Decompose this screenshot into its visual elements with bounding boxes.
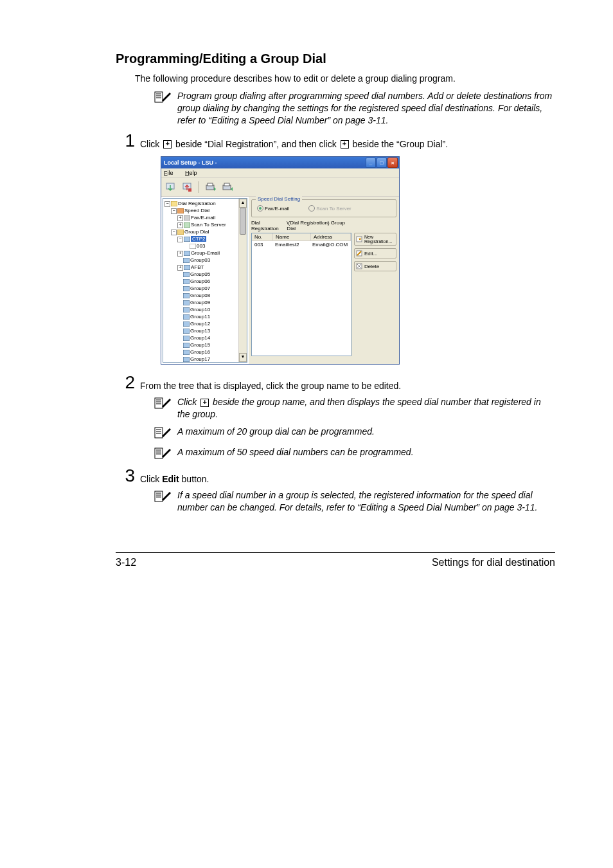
plus-icon: + xyxy=(341,140,349,149)
tree-group-selected[interactable]: −CTP2 xyxy=(164,235,245,242)
svg-rect-21 xyxy=(183,272,190,277)
svg-rect-6 xyxy=(188,188,191,192)
toolbar-printer-down-icon[interactable] xyxy=(204,181,217,194)
tree-group-item[interactable]: +Group-Email xyxy=(164,249,245,257)
svg-rect-45 xyxy=(155,398,163,408)
svg-rect-49 xyxy=(155,428,163,438)
delete-icon xyxy=(356,263,362,269)
toolbar-printer-up-icon[interactable] xyxy=(221,181,234,194)
tree-group-item[interactable]: Group07 xyxy=(164,285,245,292)
svg-rect-16 xyxy=(184,237,190,242)
svg-rect-20 xyxy=(184,265,190,270)
note-icon xyxy=(154,427,171,441)
group-legend: Speed Dial Setting xyxy=(256,196,302,202)
tree-group-item[interactable]: Group10 xyxy=(164,306,245,313)
tree-root[interactable]: −Dial Registration xyxy=(164,200,245,207)
toolbar-separator xyxy=(199,181,199,193)
tree-group-dial[interactable]: −Group Dial xyxy=(164,228,245,235)
menu-bar: File Help xyxy=(161,168,399,178)
plus-icon: + xyxy=(163,140,172,149)
radio-scan-to-server[interactable]: Scan To Server xyxy=(308,205,351,212)
step-2-text: From the tree that is displayed, click t… xyxy=(140,374,401,392)
svg-rect-19 xyxy=(183,258,190,263)
svg-rect-0 xyxy=(155,92,163,102)
footer-title: Settings for dial destination xyxy=(432,557,555,568)
new-registration-button[interactable]: ★ New Registration... xyxy=(354,233,396,246)
radio-off-icon xyxy=(308,205,315,212)
note-text-2a: Click + beside the group name, and then … xyxy=(177,396,555,420)
tree-scan-to-server[interactable]: +Scan To Server xyxy=(164,221,245,228)
close-button[interactable]: × xyxy=(387,158,398,168)
svg-rect-18 xyxy=(184,251,190,256)
tree-group-item[interactable]: Group14 xyxy=(164,334,245,341)
note-icon xyxy=(154,491,171,505)
radio-on-icon xyxy=(257,205,263,212)
tree-child-003[interactable]: 003 xyxy=(164,242,245,249)
svg-rect-11 xyxy=(171,201,177,206)
col-address[interactable]: Address xyxy=(311,233,351,240)
tree-group-item[interactable]: Group11 xyxy=(164,313,245,320)
menu-file[interactable]: File xyxy=(164,170,179,176)
intro-paragraph: The following procedure describes how to… xyxy=(135,73,555,85)
app-screenshot: Local Setup - LSU - _ □ × File Help xyxy=(161,156,555,365)
tree-group-item[interactable]: Group13 xyxy=(164,327,245,334)
tree-group-item[interactable]: Group05 xyxy=(164,271,245,278)
toolbar-download-icon[interactable] xyxy=(164,181,177,194)
svg-rect-17 xyxy=(190,244,196,249)
step-number-3: 3 xyxy=(116,467,135,485)
scroll-up-icon[interactable]: ▲ xyxy=(239,199,247,208)
svg-rect-32 xyxy=(183,350,190,355)
svg-text:★: ★ xyxy=(358,237,362,241)
col-no[interactable]: No. xyxy=(252,233,273,240)
window-title-bar: Local Setup - LSU - _ □ × xyxy=(161,157,399,168)
list-row[interactable]: 003 Emailtest2 Email@O.COM xyxy=(252,241,351,248)
svg-rect-13 xyxy=(184,215,190,221)
tree-fax-email[interactable]: +Fax/E-mail xyxy=(164,214,245,221)
tree-group-item[interactable]: Group12 xyxy=(164,320,245,327)
tree-group-item[interactable]: Group15 xyxy=(164,341,245,348)
panel-sub-labels: Dial Registration \(Dial Registration) G… xyxy=(251,220,396,231)
svg-rect-28 xyxy=(183,321,190,327)
tree-pane[interactable]: −Dial Registration −Speed Dial +Fax/E-ma… xyxy=(163,198,247,363)
svg-rect-31 xyxy=(183,343,190,348)
tree-group-item[interactable]: +AFBT xyxy=(164,264,245,271)
minimize-button[interactable]: _ xyxy=(366,158,376,168)
toolbar-upload-icon[interactable] xyxy=(181,181,193,194)
edit-icon xyxy=(356,250,362,257)
page-number: 3-12 xyxy=(116,557,136,568)
svg-rect-57 xyxy=(155,491,163,502)
tree-scrollbar[interactable]: ▲ ▼ xyxy=(238,199,247,362)
toolbar xyxy=(161,178,399,197)
list-header: No. Name Address xyxy=(252,233,351,241)
delete-button[interactable]: Delete xyxy=(354,261,396,271)
plus-icon: + xyxy=(200,399,209,407)
tree-group-item[interactable]: Group08 xyxy=(164,292,245,299)
step-3-text: Click Edit button. xyxy=(140,467,209,485)
svg-rect-23 xyxy=(183,286,190,291)
speed-dial-setting-group: Speed Dial Setting Fax/E-mail Scan To Se… xyxy=(251,199,396,217)
tree-group-item[interactable]: Group09 xyxy=(164,299,245,306)
svg-rect-30 xyxy=(183,336,190,341)
tree-group-item[interactable]: Group16 xyxy=(164,348,245,356)
tree-group-item[interactable]: Group06 xyxy=(164,278,245,285)
svg-rect-27 xyxy=(183,314,190,320)
tree-group-item[interactable]: Group17 xyxy=(164,356,245,363)
scroll-down-icon[interactable]: ▼ xyxy=(239,353,247,362)
step-number-2: 2 xyxy=(116,374,135,392)
edit-button[interactable]: Edit... xyxy=(354,248,396,258)
tree-speed-dial[interactable]: −Speed Dial xyxy=(164,207,245,214)
menu-help[interactable]: Help xyxy=(185,170,202,176)
radio-fax-email[interactable]: Fax/E-mail xyxy=(257,205,289,212)
tree-group-item[interactable]: Group03 xyxy=(164,257,245,264)
note-icon xyxy=(154,91,171,105)
svg-rect-8 xyxy=(208,183,213,186)
svg-rect-24 xyxy=(183,293,190,298)
note-text-2b: A maximum of 20 group dial can be progra… xyxy=(177,426,375,438)
registration-list[interactable]: No. Name Address 003 Emailtest2 Email@O.… xyxy=(251,233,351,356)
maximize-button[interactable]: □ xyxy=(377,158,387,168)
step-1-text: Click + beside “Dial Registration”, and … xyxy=(140,132,448,150)
col-name[interactable]: Name xyxy=(273,233,311,240)
window-title: Local Setup - LSU - xyxy=(164,159,217,166)
scroll-thumb[interactable] xyxy=(240,208,246,235)
svg-rect-14 xyxy=(184,222,190,228)
